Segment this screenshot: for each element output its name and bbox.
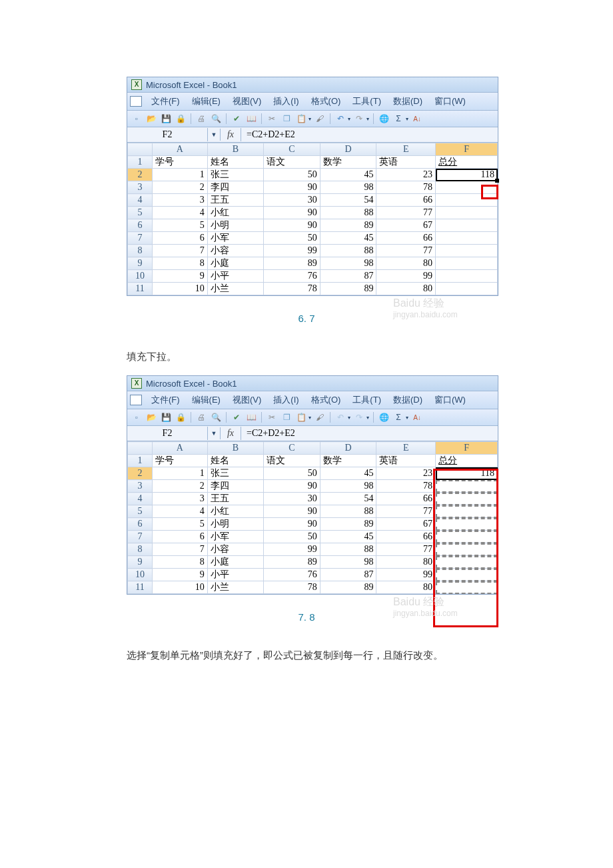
row-header[interactable]: 5 <box>128 505 153 518</box>
copy-icon[interactable]: ❐ <box>281 113 293 125</box>
row-header[interactable]: 7 <box>128 531 153 543</box>
print-icon[interactable]: 🖨 <box>195 113 207 125</box>
cell[interactable]: 总分 <box>436 455 498 467</box>
cell[interactable]: 66 <box>376 194 436 207</box>
cell[interactable]: 50 <box>264 531 320 543</box>
cell[interactable] <box>436 543 498 556</box>
col-header-c[interactable]: C <box>264 442 320 455</box>
row-header[interactable]: 3 <box>128 480 153 493</box>
cell[interactable] <box>436 207 498 219</box>
cell[interactable]: 45 <box>320 467 376 480</box>
name-box-dropdown-icon[interactable]: ▼ <box>208 427 221 439</box>
cell[interactable]: 8 <box>153 556 208 569</box>
menu-data[interactable]: 数据(D) <box>388 95 428 108</box>
cell[interactable]: 67 <box>376 219 436 232</box>
format-painter-icon[interactable]: 🖌 <box>314 411 326 423</box>
cell[interactable] <box>436 270 498 283</box>
col-header-b[interactable]: B <box>207 442 264 455</box>
cell[interactable]: 英语 <box>376 156 436 169</box>
cell[interactable]: 张三 <box>207 467 264 480</box>
cell[interactable]: 小红 <box>207 207 264 219</box>
cell[interactable]: 小明 <box>207 219 264 232</box>
save-icon[interactable]: 💾 <box>160 411 172 423</box>
cell[interactable]: 66 <box>376 232 436 245</box>
cell[interactable]: 王五 <box>207 493 264 505</box>
cell[interactable]: 54 <box>320 493 376 505</box>
cell[interactable]: 姓名 <box>207 156 264 169</box>
menu-view[interactable]: 视图(V) <box>227 393 267 407</box>
cell[interactable] <box>436 245 498 257</box>
autosum-icon[interactable]: Σ <box>392 411 404 423</box>
cell[interactable]: 45 <box>320 169 376 181</box>
cell[interactable]: 90 <box>264 480 320 493</box>
cell[interactable]: 78 <box>264 283 320 295</box>
row-header[interactable]: 2 <box>128 169 153 181</box>
cell[interactable]: 小军 <box>207 232 264 245</box>
cell[interactable] <box>436 581 498 594</box>
cell[interactable]: 87 <box>320 270 376 283</box>
permission-icon[interactable]: 🔒 <box>175 113 187 125</box>
row-header[interactable]: 5 <box>128 207 153 219</box>
row-header[interactable]: 8 <box>128 245 153 257</box>
cell[interactable]: 77 <box>376 505 436 518</box>
cell[interactable]: 89 <box>320 283 376 295</box>
select-all-corner[interactable] <box>128 442 153 455</box>
undo-icon[interactable]: ↶ <box>334 113 346 125</box>
format-painter-icon[interactable]: 🖌 <box>314 113 326 125</box>
cell[interactable] <box>436 219 498 232</box>
row-header[interactable]: 4 <box>128 194 153 207</box>
row-header[interactable]: 6 <box>128 518 153 531</box>
cell[interactable]: 78 <box>264 581 320 594</box>
spreadsheet-grid[interactable]: A B C D E F 1 学号 姓名 语文 数学 英语 总分 2 <box>127 143 498 295</box>
cell[interactable]: 77 <box>376 245 436 257</box>
select-all-corner[interactable] <box>128 143 153 156</box>
fx-icon[interactable]: fx <box>221 128 241 141</box>
cell[interactable]: 89 <box>264 257 320 270</box>
row-header[interactable]: 2 <box>128 467 153 480</box>
menu-file[interactable]: 文件(F) <box>146 95 185 108</box>
cell[interactable]: 23 <box>376 467 436 480</box>
cell[interactable]: 87 <box>320 569 376 581</box>
cell[interactable]: 学号 <box>153 156 208 169</box>
cell[interactable]: 张三 <box>207 169 264 181</box>
cell[interactable] <box>436 556 498 569</box>
cell[interactable]: 李四 <box>207 181 264 194</box>
cell[interactable]: 77 <box>376 207 436 219</box>
fx-icon[interactable]: fx <box>221 427 241 440</box>
col-header-f[interactable]: F <box>436 143 498 156</box>
cell[interactable]: 小兰 <box>207 283 264 295</box>
cell[interactable]: 7 <box>153 245 208 257</box>
cell[interactable]: 9 <box>153 270 208 283</box>
cell[interactable]: 小平 <box>207 569 264 581</box>
cell[interactable] <box>436 480 498 493</box>
cell[interactable]: 英语 <box>376 455 436 467</box>
cell[interactable]: 小明 <box>207 518 264 531</box>
menu-format[interactable]: 格式(O) <box>306 393 346 407</box>
row-header[interactable]: 6 <box>128 219 153 232</box>
paste-icon[interactable]: 📋 <box>295 411 307 423</box>
cell[interactable]: 语文 <box>264 156 320 169</box>
row-header[interactable]: 3 <box>128 181 153 194</box>
cell[interactable]: 5 <box>153 518 208 531</box>
row-header[interactable]: 10 <box>128 569 153 581</box>
open-icon[interactable]: 📂 <box>145 411 157 423</box>
row-header[interactable]: 1 <box>128 455 153 467</box>
cell[interactable]: 2 <box>153 480 208 493</box>
preview-icon[interactable]: 🔍 <box>210 411 222 423</box>
cell[interactable]: 80 <box>376 556 436 569</box>
cell[interactable]: 77 <box>376 543 436 556</box>
cell[interactable]: 30 <box>264 493 320 505</box>
redo-icon[interactable]: ↷ <box>353 411 365 423</box>
permission-icon[interactable]: 🔒 <box>175 411 187 423</box>
menu-view[interactable]: 视图(V) <box>227 95 267 108</box>
cell[interactable]: 80 <box>376 283 436 295</box>
row-header[interactable]: 1 <box>128 156 153 169</box>
open-icon[interactable]: 📂 <box>145 113 157 125</box>
cell[interactable]: 90 <box>264 518 320 531</box>
cell[interactable]: 45 <box>320 232 376 245</box>
cell[interactable]: 50 <box>264 467 320 480</box>
copy-icon[interactable]: ❐ <box>281 411 293 423</box>
cell[interactable]: 3 <box>153 493 208 505</box>
menu-insert[interactable]: 插入(I) <box>268 95 304 108</box>
spell-icon[interactable]: ✔ <box>231 113 243 125</box>
